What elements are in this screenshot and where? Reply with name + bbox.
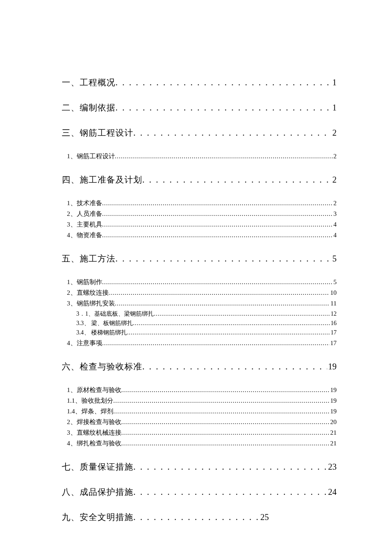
toc-page-number: 17 [330, 329, 337, 336]
toc-entry-s8: 八、成品保护措施 24 [62, 486, 337, 498]
toc-entry-s6-2: 2、焊接检查与验收 20 [62, 418, 337, 426]
toc-leader-dots [102, 200, 333, 207]
toc-page-number: 19 [329, 408, 337, 415]
toc-label: 五、施工方法 [62, 253, 115, 264]
toc-leader-dots [127, 329, 330, 336]
toc-label: 3、直螺纹机械连接 [67, 429, 121, 437]
toc-label: 八、成品保护措施 [62, 486, 133, 498]
toc-page-number: 16 [330, 320, 337, 327]
toc-label: 3．1、基础底板、梁钢筋绑扎 [76, 310, 154, 318]
toc-entry-s5-3-4: 3.4、 楼梯钢筋绑扎 17 [62, 329, 337, 337]
toc-label: 四、施工准备及计划 [62, 174, 142, 186]
toc-leader-dots [115, 300, 330, 307]
toc-label: 4、注意事项 [67, 339, 102, 347]
toc-leader-dots [121, 386, 330, 394]
toc-label: 三、钢筋工程设计 [62, 127, 133, 139]
toc-page-number: 19 [329, 386, 337, 394]
toc-leader-dots [115, 103, 331, 113]
toc-entry-s1: 一、工程概况 1 [62, 77, 337, 88]
toc-label: 1、技术准备 [67, 199, 102, 207]
toc-page: 一、工程概况 1 二、编制依据 1 三、钢筋工程设计 2 1、钢筋工程设计 2 … [0, 0, 392, 555]
toc-label: 3.3、 梁、板钢筋绑扎 [76, 320, 133, 327]
toc-leader-dots [121, 440, 330, 447]
toc-label: 1、钢筋制作 [67, 278, 102, 286]
toc-page-number: 19 [327, 362, 337, 372]
toc-label: 4、绑扎检查与验收 [67, 439, 121, 447]
toc-label: 3、钢筋绑扎安装 [67, 299, 115, 308]
toc-leader-dots [121, 418, 330, 426]
toc-entry-s6-1: 1、原材检查与验收 19 [62, 386, 337, 394]
toc-entry-s6-1-1: 1.1、验收批划分 19 [62, 397, 337, 405]
toc-leader-dots [102, 279, 333, 286]
toc-leader-dots [142, 362, 327, 372]
toc-leader-dots [102, 221, 333, 228]
toc-page-number: 2 [333, 153, 337, 160]
toc-entry-s5-3: 3、钢筋绑扎安装 11 [62, 299, 337, 308]
toc-entry-s5-3-1: 3．1、基础底板、梁钢筋绑扎 12 [62, 310, 337, 318]
toc-page-number: 4 [333, 232, 337, 239]
toc-entry-s6-3: 3、直螺纹机械连接 21 [62, 429, 337, 437]
toc-leader-dots [102, 210, 333, 218]
toc-label: 1、钢筋工程设计 [67, 152, 115, 160]
toc-label: 4、物资准备 [67, 231, 102, 239]
toc-label: 二、编制依据 [62, 102, 115, 113]
toc-label: 1.4、焊条、焊剂 [67, 407, 113, 416]
toc-label: 九、安全文明措施 [62, 511, 133, 523]
toc-leader-dots [113, 397, 329, 404]
toc-page-number: 5 [333, 279, 337, 286]
toc-leader-dots [154, 311, 330, 317]
toc-entry-s3-1: 1、钢筋工程设计 2 [62, 152, 337, 160]
toc-leader-dots [133, 487, 327, 497]
toc-entry-s5-1: 1、钢筋制作 5 [62, 278, 337, 286]
toc-page-number: 1 [331, 78, 337, 87]
toc-label: 2、人员准备 [67, 210, 102, 218]
toc-page-number: 25 [259, 512, 269, 522]
toc-leader-dots [115, 78, 331, 87]
toc-entry-s4-2: 2、人员准备 3 [62, 210, 337, 218]
toc-page-number: 19 [329, 397, 337, 404]
toc-label: 3.4、 楼梯钢筋绑扎 [76, 329, 127, 337]
toc-label: 1.1、验收批划分 [67, 397, 113, 405]
toc-leader-dots [133, 512, 259, 522]
toc-page-number: 12 [330, 311, 337, 317]
toc-leader-dots [133, 128, 331, 138]
toc-label: 2、直螺纹连接 [67, 289, 109, 297]
toc-entry-s4-4: 4、物资准备 4 [62, 231, 337, 239]
toc-entry-s4-1: 1、技术准备 2 [62, 199, 337, 207]
toc-entry-s3: 三、钢筋工程设计 2 [62, 127, 337, 139]
toc-entry-s6: 六、检查与验收标准 19 [62, 361, 337, 372]
toc-leader-dots [121, 429, 330, 436]
toc-page-number: 11 [330, 300, 337, 307]
toc-leader-dots [133, 462, 327, 472]
toc-page-number: 3 [333, 210, 337, 218]
toc-entry-s2: 二、编制依据 1 [62, 102, 337, 113]
toc-page-number: 17 [329, 340, 337, 347]
toc-page-number: 24 [327, 487, 337, 497]
toc-page-number: 21 [329, 440, 337, 447]
toc-entry-s6-1-4: 1.4、焊条、焊剂 19 [62, 407, 337, 416]
toc-entry-s5-3-3: 3.3、 梁、板钢筋绑扎 16 [62, 320, 337, 327]
toc-leader-dots [115, 153, 333, 160]
toc-leader-dots [109, 289, 330, 296]
toc-page-number: 4 [333, 221, 337, 228]
toc-page-number: 2 [331, 128, 337, 138]
toc-entry-s5-4: 4、注意事项 17 [62, 339, 337, 347]
toc-leader-dots [115, 254, 331, 264]
toc-page-number: 2 [331, 175, 337, 185]
toc-label: 3、主要机具 [67, 221, 102, 229]
toc-leader-dots [102, 232, 333, 239]
toc-page-number: 2 [333, 200, 337, 207]
toc-entry-s5: 五、施工方法 5 [62, 253, 337, 264]
toc-page-number: 5 [331, 254, 337, 264]
toc-page-number: 1 [331, 103, 337, 113]
toc-leader-dots [102, 340, 330, 347]
toc-page-number: 21 [329, 429, 337, 436]
toc-leader-dots [142, 175, 331, 185]
toc-leader-dots [113, 408, 329, 415]
toc-label: 一、工程概况 [62, 77, 115, 88]
toc-label: 1、原材检查与验收 [67, 386, 121, 394]
toc-entry-s9: 九、安全文明措施 25 [62, 511, 337, 523]
toc-leader-dots [133, 320, 330, 327]
toc-label: 七、质量保证措施 [62, 461, 133, 473]
toc-page-number: 20 [329, 418, 337, 426]
